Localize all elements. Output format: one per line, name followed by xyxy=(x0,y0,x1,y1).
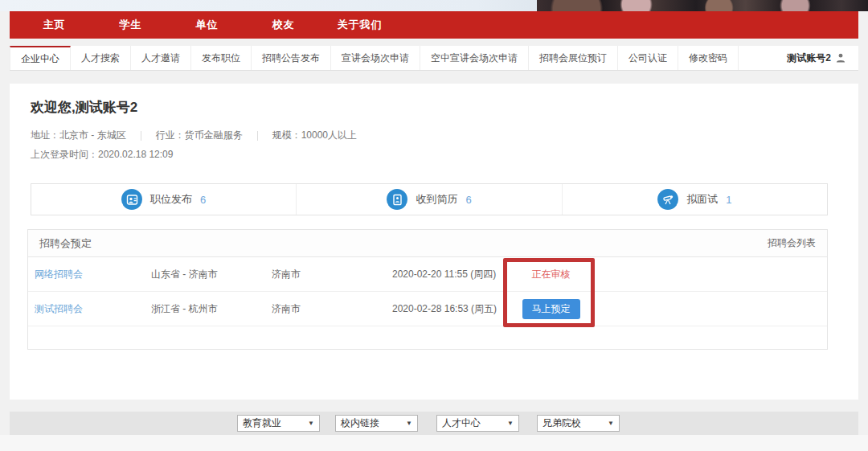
footer-select-campus-links[interactable]: 校内链接 ▼ xyxy=(335,415,418,432)
chevron-down-icon: ▼ xyxy=(507,420,514,427)
job-fair-panel-header: 招聘会预定 招聘会列表 xyxy=(28,230,827,257)
chevron-down-icon: ▼ xyxy=(608,420,614,427)
top-banner-strip xyxy=(0,0,868,11)
stat-value: 6 xyxy=(200,194,206,206)
tab-change-password[interactable]: 修改密码 xyxy=(678,46,739,70)
fair-time: 2020-02-28 16:53 (周五) xyxy=(392,302,505,316)
table-row: 网络招聘会 山东省 - 济南市 济南市 2020-02-20 11:55 (周四… xyxy=(28,257,827,292)
tab-online-info-session-apply[interactable]: 空中宣讲会场次申请 xyxy=(420,46,529,70)
table-row: 测试招聘会 浙江省 - 杭州市 济南市 2020-02-28 16:53 (周五… xyxy=(28,292,827,326)
secondary-menu: 企业中心 人才搜索 人才邀请 发布职位 招聘公告发布 宣讲会场次申请 空中宣讲会… xyxy=(10,46,858,71)
position-badge-icon xyxy=(121,189,142,210)
company-industry: 行业：货币金融服务 xyxy=(156,129,243,142)
fair-city: 济南市 xyxy=(272,268,392,281)
fair-region: 山东省 - 济南市 xyxy=(151,268,272,281)
job-fair-panel: 招聘会预定 招聘会列表 网络招聘会 山东省 - 济南市 济南市 2020-02-… xyxy=(27,229,828,350)
nav-item-students[interactable]: 学生 xyxy=(92,18,169,32)
tab-talent-search[interactable]: 人才搜索 xyxy=(71,46,131,70)
stat-planned-interviews[interactable]: 拟面试 1 xyxy=(562,184,827,215)
bottom-strip xyxy=(0,435,868,451)
account-menu[interactable]: 测试账号2 xyxy=(774,46,858,70)
fair-status: 正在审核 xyxy=(505,268,597,281)
tab-post-job[interactable]: 发布职位 xyxy=(191,46,252,70)
fair-status: 马上预定 xyxy=(505,299,597,319)
company-info-line: 地址：北京市 - 东城区 行业：货币金融服务 规模：10000人以上 xyxy=(31,129,357,142)
fair-city: 济南市 xyxy=(272,302,392,316)
nav-item-about[interactable]: 关于我们 xyxy=(321,18,398,32)
main-nav: 主页 学生 单位 校友 关于我们 xyxy=(10,11,858,39)
account-name: 测试账号2 xyxy=(787,51,831,65)
divider xyxy=(257,131,258,141)
fair-region: 浙江省 - 杭州市 xyxy=(151,302,272,316)
company-scale: 规模：10000人以上 xyxy=(272,129,357,142)
status-under-review: 正在审核 xyxy=(532,269,571,280)
page: 主页 学生 单位 校友 关于我们 企业中心 人才搜索 人才邀请 发布职位 招聘公… xyxy=(0,0,868,451)
divider xyxy=(141,131,141,141)
fair-time: 2020-02-20 11:55 (周四) xyxy=(392,268,505,281)
stat-resumes-received[interactable]: 收到简历 6 xyxy=(296,184,561,215)
select-value: 人才中心 xyxy=(442,416,481,430)
book-now-button[interactable]: 马上预定 xyxy=(522,299,580,319)
chevron-down-icon: ▼ xyxy=(406,420,412,427)
nav-item-alumni[interactable]: 校友 xyxy=(245,18,321,32)
tab-company-verify[interactable]: 公司认证 xyxy=(618,46,678,70)
select-value: 教育就业 xyxy=(243,416,281,430)
chevron-down-icon: ▼ xyxy=(308,420,314,427)
tab-talent-invite[interactable]: 人才邀请 xyxy=(131,46,191,70)
footer-select-partner-schools[interactable]: 兄弟院校 ▼ xyxy=(537,415,620,432)
stat-label: 拟面试 xyxy=(686,192,718,207)
footer-select-education-employment[interactable]: 教育就业 ▼ xyxy=(237,415,320,432)
tab-info-session-apply[interactable]: 宣讲会场次申请 xyxy=(331,46,420,70)
last-login-time: 上次登录时间：2020.02.18 12:09 xyxy=(31,148,173,162)
stat-value: 6 xyxy=(465,194,471,206)
tab-fair-booth-booking[interactable]: 招聘会展位预订 xyxy=(529,46,618,70)
nav-item-employers[interactable]: 单位 xyxy=(169,18,245,32)
stat-positions-posted[interactable]: 职位发布 6 xyxy=(31,184,296,215)
fair-name-link[interactable]: 测试招聘会 xyxy=(35,302,151,316)
stat-label: 收到简历 xyxy=(416,192,457,207)
select-value: 校内链接 xyxy=(341,416,379,430)
company-address: 地址：北京市 - 东城区 xyxy=(31,129,126,142)
tab-enterprise-center[interactable]: 企业中心 xyxy=(10,46,71,70)
fair-name-link[interactable]: 网络招聘会 xyxy=(35,268,151,281)
banner-photo xyxy=(537,0,868,11)
fair-list-link[interactable]: 招聘会列表 xyxy=(768,236,816,250)
footer-band xyxy=(10,412,858,435)
stat-label: 职位发布 xyxy=(150,192,192,207)
tab-recruit-announcement[interactable]: 招聘公告发布 xyxy=(252,46,331,70)
stat-value: 1 xyxy=(726,194,731,206)
user-icon xyxy=(836,53,845,63)
panel-title: 招聘会预定 xyxy=(39,236,92,251)
interview-telescope-icon xyxy=(657,189,678,210)
resume-document-icon xyxy=(387,189,407,210)
select-value: 兄弟院校 xyxy=(542,416,581,430)
layout-gap xyxy=(10,71,858,84)
stats-bar: 职位发布 6 收到简历 6 拟面试 1 xyxy=(31,183,828,215)
welcome-title: 欢迎您,测试账号2 xyxy=(31,98,137,117)
footer-select-talent-center[interactable]: 人才中心 ▼ xyxy=(436,415,519,432)
nav-item-home[interactable]: 主页 xyxy=(16,18,92,32)
